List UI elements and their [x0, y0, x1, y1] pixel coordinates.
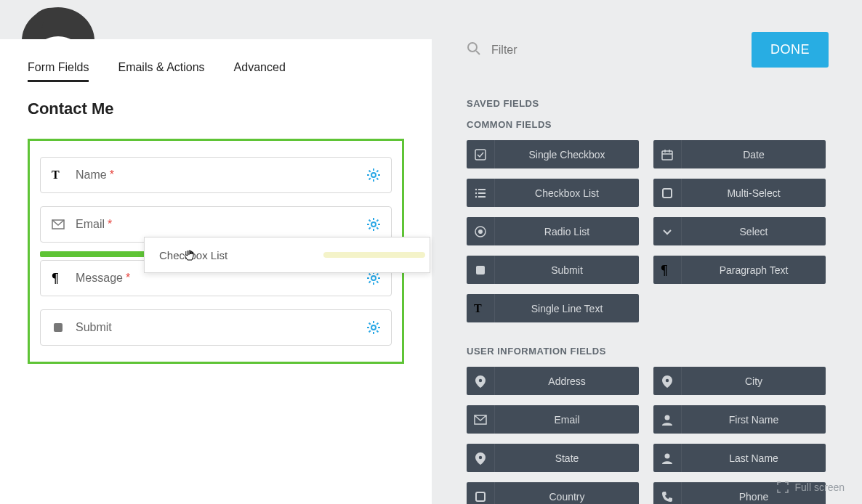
square-icon	[467, 256, 495, 284]
palette-last-name[interactable]: Last Name	[653, 444, 826, 472]
chip-label: Country	[495, 491, 639, 503]
list-icon	[467, 179, 495, 207]
common-fields-grid: Single CheckboxDateCheckbox ListMulti-Se…	[467, 140, 829, 322]
field-label: Submit	[76, 321, 112, 334]
field-name[interactable]: Name*	[40, 157, 392, 193]
envelope-icon	[467, 405, 495, 434]
paragraph-icon	[653, 256, 682, 284]
square-icon	[51, 320, 65, 335]
chip-label: Paragraph Text	[682, 264, 826, 276]
dot-circle-icon	[467, 217, 495, 245]
paragraph-icon	[51, 271, 65, 285]
palette-submit[interactable]: Submit	[467, 256, 639, 284]
chip-label: Address	[495, 375, 639, 387]
chip-label: First Name	[682, 414, 826, 426]
tab-form-fields[interactable]: Form Fields	[28, 61, 89, 82]
text-icon	[51, 168, 65, 182]
calendar-icon	[653, 140, 682, 168]
field-submit[interactable]: Submit	[40, 309, 392, 346]
envelope-icon	[51, 217, 65, 232]
gear-icon[interactable]	[366, 168, 381, 182]
chip-label: City	[682, 375, 826, 387]
gear-icon[interactable]	[366, 217, 381, 232]
palette-city[interactable]: City	[653, 367, 826, 395]
tab-advanced[interactable]: Advanced	[234, 61, 286, 82]
palette-paragraph-text[interactable]: Paragraph Text	[653, 256, 826, 284]
field-palette-panel: DONE SAVED FIELDS COMMON FIELDS Single C…	[432, 0, 862, 504]
palette-select[interactable]: Select	[653, 217, 826, 245]
section-common-fields: COMMON FIELDS	[467, 119, 829, 130]
palette-email[interactable]: Email	[467, 405, 639, 434]
map-marker-icon	[467, 367, 495, 395]
chip-label: Radio List	[495, 226, 639, 237]
form-title: Contact Me	[28, 99, 404, 118]
palette-checkbox-list[interactable]: Checkbox List	[467, 179, 639, 207]
user-icon	[653, 444, 682, 472]
fullscreen-toggle[interactable]: Full screen	[776, 481, 845, 494]
chip-label: State	[495, 452, 639, 464]
chip-label: Last Name	[682, 452, 826, 464]
section-user-fields: USER INFORMATION FIELDS	[467, 346, 829, 357]
square-o-icon	[653, 179, 682, 207]
builder-tabs: Form Fields Emails & Actions Advanced	[28, 61, 404, 82]
field-label: Name*	[76, 168, 114, 182]
palette-country[interactable]: Country	[467, 482, 639, 504]
chip-label: Single Line Text	[495, 303, 639, 314]
chip-label: Submit	[495, 264, 639, 276]
palette-state[interactable]: State	[467, 444, 639, 472]
cursor-hand-icon	[183, 249, 196, 267]
app-logo	[15, 0, 102, 44]
user-fields-grid: AddressCityEmailFirst NameStateLast Name…	[467, 367, 829, 504]
filter-input[interactable]	[491, 44, 637, 57]
chevron-down-icon	[653, 217, 682, 245]
field-label: Email*	[76, 218, 112, 231]
field-label: Message*	[76, 272, 130, 285]
palette-radio-list[interactable]: Radio List	[467, 217, 639, 245]
done-button[interactable]: DONE	[752, 32, 829, 68]
palette-date[interactable]: Date	[653, 140, 826, 168]
user-icon	[653, 405, 682, 434]
chip-label: Single Checkbox	[495, 149, 639, 160]
palette-first-name[interactable]: First Name	[653, 405, 826, 434]
map-marker-icon	[653, 367, 682, 395]
chip-label: Select	[682, 226, 826, 237]
square-o-icon	[467, 482, 495, 504]
check-square-icon	[467, 140, 495, 168]
chip-label: Date	[682, 149, 826, 160]
tab-emails-actions[interactable]: Emails & Actions	[118, 61, 204, 82]
palette-address[interactable]: Address	[467, 367, 639, 395]
palette-multi-select[interactable]: Multi-Select	[653, 179, 826, 207]
gear-icon[interactable]	[366, 271, 381, 285]
phone-icon	[653, 482, 682, 504]
chip-label: Checkbox List	[495, 187, 639, 199]
palette-single-line-text[interactable]: Single Line Text	[467, 294, 639, 322]
gear-icon[interactable]	[366, 320, 381, 335]
search-icon	[467, 41, 481, 59]
section-saved-fields: SAVED FIELDS	[467, 98, 829, 109]
palette-single-checkbox[interactable]: Single Checkbox	[467, 140, 639, 168]
text-icon	[467, 294, 495, 322]
map-marker-icon	[467, 444, 495, 472]
chip-label: Multi-Select	[682, 187, 826, 199]
chip-label: Email	[495, 414, 639, 426]
